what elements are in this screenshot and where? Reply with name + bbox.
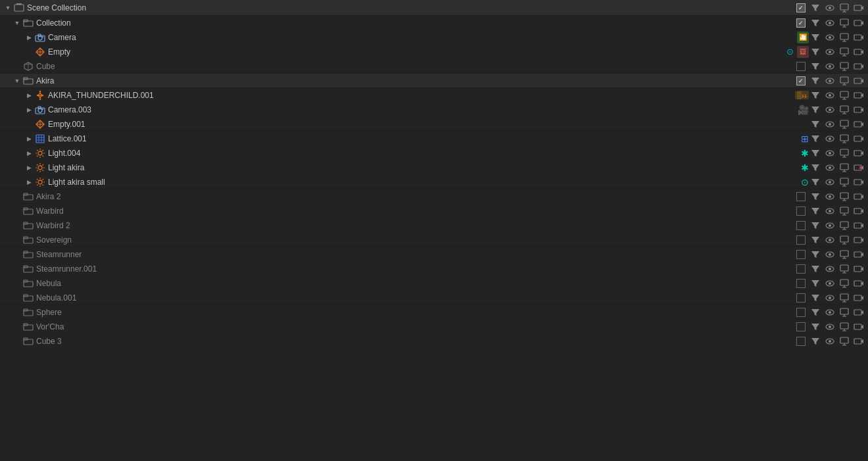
monitor-lightakirasmall[interactable] <box>838 176 851 189</box>
funnel-camera003[interactable] <box>809 103 822 116</box>
cube-row[interactable]: Cube <box>0 59 868 74</box>
steamrunner001-row[interactable]: Steamrunner.001 <box>0 262 868 276</box>
funnel-lightakira[interactable] <box>809 161 822 174</box>
lightakira-row[interactable]: Light akira ✱ <box>0 160 868 175</box>
eye-steamrunner[interactable] <box>823 248 836 261</box>
monitor-sphere[interactable] <box>838 306 851 319</box>
funnel-akira[interactable] <box>809 74 822 87</box>
funnel-collection[interactable] <box>809 16 822 30</box>
monitor-sovereign[interactable] <box>838 233 851 247</box>
funnel-steamrunner[interactable] <box>809 248 822 261</box>
camera-nebula[interactable] <box>852 277 865 290</box>
eye-empty001[interactable] <box>823 118 836 131</box>
monitor-steamrunner[interactable] <box>838 248 851 261</box>
eye-warbird[interactable] <box>823 205 836 218</box>
eye-akira[interactable] <box>823 74 836 87</box>
camera-render-icon[interactable] <box>852 1 865 14</box>
funnel-vorcha[interactable] <box>809 320 822 333</box>
nebula-row[interactable]: Nebula <box>0 276 868 291</box>
checkbox-nebula001[interactable] <box>794 291 808 304</box>
funnel-icon[interactable] <box>809 1 822 14</box>
monitor-akira[interactable] <box>838 74 851 87</box>
expand-camera[interactable] <box>24 32 34 43</box>
monitor-camera003[interactable] <box>838 103 851 116</box>
camera-nebula001[interactable] <box>852 291 865 304</box>
rendercam-empty[interactable] <box>852 45 865 59</box>
eye-icon[interactable] <box>823 1 836 14</box>
funnel-warbird2[interactable] <box>809 219 822 232</box>
checkbox-warbird[interactable] <box>794 205 808 218</box>
funnel-warbird[interactable] <box>809 205 822 218</box>
eye-nebula[interactable] <box>823 277 836 290</box>
camera003-row[interactable]: Camera.003 🎥 <box>0 103 868 117</box>
checkbox-warbird2[interactable] <box>794 219 808 232</box>
checkbox-sphere[interactable] <box>794 306 808 319</box>
eye-camera003[interactable] <box>823 103 836 116</box>
rendercam-lattice001[interactable] <box>852 132 865 145</box>
camera-warbird2[interactable] <box>852 219 865 232</box>
vorcha-row[interactable]: Vor'Cha <box>0 320 868 334</box>
camera-row[interactable]: Camera 🎦 <box>0 30 868 45</box>
outliner-panel[interactable]: Scene Collection Collection <box>0 0 868 461</box>
rendercam-cube[interactable] <box>852 60 865 73</box>
lightakirasmall-row[interactable]: Light akira small ⊙ <box>0 175 868 189</box>
monitor-cube3[interactable] <box>838 335 851 348</box>
thunderchild-row[interactable]: AKIRA_THUNDERCHILD.001 ▒₁₁ <box>0 88 868 103</box>
monitor-lattice001[interactable] <box>838 132 851 145</box>
sovereign-row[interactable]: Sovereign <box>0 233 868 247</box>
expand-lightakira[interactable] <box>24 162 34 173</box>
monitor-camera[interactable] <box>838 31 851 44</box>
eye-collection[interactable] <box>823 16 836 30</box>
funnel-nebula[interactable] <box>809 277 822 290</box>
monitor-lightakira[interactable] <box>838 161 851 174</box>
rendercam-light004[interactable] <box>852 147 865 160</box>
monitor-akira2[interactable] <box>838 190 851 203</box>
light004-row[interactable]: Light.004 ✱ <box>0 146 868 160</box>
camera-warbird[interactable] <box>852 205 865 218</box>
eye-sovereign[interactable] <box>823 233 836 247</box>
monitor-collection[interactable] <box>838 16 851 30</box>
funnel-sphere[interactable] <box>809 306 822 319</box>
expand-light004[interactable] <box>24 148 34 158</box>
funnel-lattice001[interactable] <box>809 132 822 145</box>
eye-camera[interactable] <box>823 31 836 44</box>
camera-thunderchild[interactable] <box>852 89 865 102</box>
rendercam-lightakirasmall[interactable] <box>852 176 865 189</box>
warbird2-row[interactable]: Warbird 2 <box>0 218 868 233</box>
scene-collection-row[interactable]: Scene Collection <box>0 0 868 16</box>
checkbox-steamrunner[interactable] <box>794 248 808 261</box>
checkbox-akira[interactable] <box>794 74 808 87</box>
monitor-cube[interactable] <box>838 60 851 73</box>
akira-row[interactable]: Akira <box>0 74 868 88</box>
collection-row[interactable]: Collection <box>0 16 868 30</box>
eye-vorcha[interactable] <box>823 320 836 333</box>
eye-nebula001[interactable] <box>823 291 836 304</box>
monitor-light004[interactable] <box>838 147 851 160</box>
monitor-steamrunner001[interactable] <box>838 262 851 276</box>
empty001-row[interactable]: Empty.001 <box>0 117 868 132</box>
checkbox-cube3[interactable] <box>794 335 808 348</box>
monitor-thunderchild[interactable] <box>838 89 851 102</box>
funnel-light004[interactable] <box>809 147 822 160</box>
eye-steamrunner001[interactable] <box>823 262 836 276</box>
camera-x-lightakira[interactable] <box>852 161 865 174</box>
eye-thunderchild[interactable] <box>823 89 836 102</box>
funnel-steamrunner001[interactable] <box>809 262 822 276</box>
monitor-nebula[interactable] <box>838 277 851 290</box>
sphere-row[interactable]: Sphere <box>0 305 868 320</box>
akira2-row[interactable]: Akira 2 <box>0 189 868 204</box>
monitor-vorcha[interactable] <box>838 320 851 333</box>
eye-sphere[interactable] <box>823 306 836 319</box>
expand-lightakirasmall[interactable] <box>24 177 34 187</box>
funnel-empty001[interactable] <box>809 118 822 131</box>
checkbox-cube[interactable] <box>794 60 808 73</box>
camera-sphere[interactable] <box>852 306 865 319</box>
camera-steamrunner001[interactable] <box>852 262 865 276</box>
rendercam-camera[interactable] <box>852 31 865 44</box>
monitor-empty[interactable] <box>838 45 851 59</box>
camera-akira[interactable] <box>852 74 865 87</box>
monitor-warbird2[interactable] <box>838 219 851 232</box>
eye-lightakirasmall[interactable] <box>823 176 836 189</box>
monitor-nebula001[interactable] <box>838 291 851 304</box>
monitor-warbird[interactable] <box>838 205 851 218</box>
